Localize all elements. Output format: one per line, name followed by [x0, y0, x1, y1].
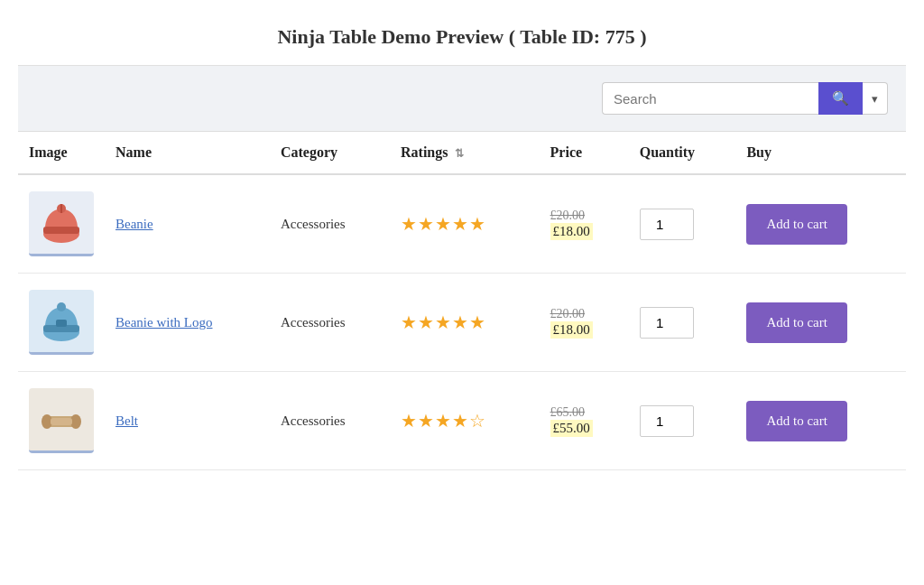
col-name: Name	[105, 132, 270, 174]
product-image-cell-1	[18, 274, 105, 372]
quantity-input-1[interactable]	[640, 307, 694, 339]
product-image-1	[29, 290, 94, 355]
table-header-row: Image Name Category Ratings ⇅ Price Quan…	[18, 132, 906, 174]
col-image: Image	[18, 132, 105, 174]
col-quantity: Quantity	[629, 132, 736, 174]
product-image-2	[29, 388, 94, 453]
add-to-cart-button-1[interactable]: Add to cart	[746, 302, 846, 343]
search-area: 🔍 ▾	[18, 66, 906, 132]
svg-rect-11	[51, 418, 72, 425]
quantity-input-2[interactable]	[640, 405, 694, 437]
product-price-cell-2: £65.00 £55.00	[540, 372, 629, 470]
product-ratings-cell-2: ★★★★☆	[390, 372, 540, 470]
sort-icon: ⇅	[455, 147, 464, 161]
search-icon: 🔍	[832, 90, 849, 106]
products-table: Image Name Category Ratings ⇅ Price Quan…	[18, 132, 906, 470]
product-name-cell-2: Belt	[105, 372, 270, 470]
product-price-old-1: £20.00	[550, 307, 618, 321]
product-quantity-cell-2	[629, 372, 736, 470]
product-ratings-cell-1: ★★★★★	[390, 274, 540, 372]
page-title: Ninja Table Demo Preview ( Table ID: 775…	[18, 0, 906, 66]
product-price-old-0: £20.00	[550, 209, 618, 223]
col-category: Category	[270, 132, 390, 174]
product-quantity-cell-1	[629, 274, 736, 372]
product-stars-2: ★★★★☆	[401, 411, 486, 431]
add-to-cart-button-2[interactable]: Add to cart	[746, 401, 846, 441]
product-image-cell-0	[18, 174, 105, 274]
quantity-input-0[interactable]	[640, 209, 694, 240]
table-row: Belt Accessories ★★★★☆ £65.00 £55.00 Add…	[18, 372, 906, 470]
product-price-cell-1: £20.00 £18.00	[540, 274, 629, 372]
product-buy-cell-0: Add to cart	[735, 174, 906, 274]
product-category-cell-2: Accessories	[270, 372, 390, 470]
svg-rect-7	[56, 320, 67, 327]
product-quantity-cell-0	[629, 174, 736, 274]
product-ratings-cell-0: ★★★★★	[390, 174, 540, 274]
add-to-cart-button-0[interactable]: Add to cart	[746, 204, 846, 245]
product-image-0	[29, 191, 94, 256]
product-price-cell-0: £20.00 £18.00	[540, 174, 629, 274]
product-buy-cell-2: Add to cart	[735, 372, 906, 470]
product-name-cell-1: Beanie with Logo	[105, 274, 270, 372]
chevron-down-icon: ▾	[872, 92, 878, 106]
product-name-cell-0: Beanie	[105, 174, 270, 274]
col-buy: Buy	[735, 132, 906, 174]
product-stars-1: ★★★★★	[401, 312, 486, 332]
product-price-new-0: £18.00	[550, 223, 593, 240]
search-dropdown-button[interactable]: ▾	[863, 82, 888, 115]
svg-point-6	[57, 302, 66, 311]
product-name-link-1[interactable]: Beanie with Logo	[116, 315, 212, 330]
product-price-old-2: £65.00	[550, 405, 618, 420]
svg-rect-1	[43, 227, 79, 234]
product-name-link-0[interactable]: Beanie	[116, 217, 153, 231]
product-price-new-2: £55.00	[550, 420, 593, 437]
search-input[interactable]	[602, 82, 818, 115]
product-image-cell-2	[18, 372, 105, 470]
product-buy-cell-1: Add to cart	[735, 274, 906, 372]
col-ratings[interactable]: Ratings ⇅	[390, 132, 540, 174]
product-name-link-2[interactable]: Belt	[116, 413, 138, 428]
product-stars-0: ★★★★★	[401, 214, 486, 234]
col-price: Price	[540, 132, 629, 174]
table-row: Beanie Accessories ★★★★★ £20.00 £18.00 A…	[18, 174, 906, 274]
product-price-new-1: £18.00	[550, 321, 593, 339]
product-category-cell-1: Accessories	[270, 274, 390, 372]
search-button[interactable]: 🔍	[818, 82, 863, 115]
product-category-cell-0: Accessories	[270, 174, 390, 274]
table-row: Beanie with Logo Accessories ★★★★★ £20.0…	[18, 274, 906, 372]
